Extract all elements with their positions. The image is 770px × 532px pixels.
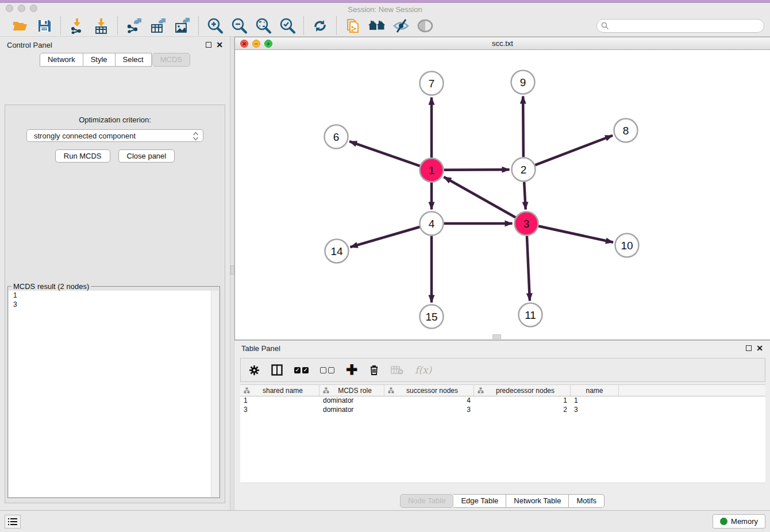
delete-column-icon[interactable] [369, 364, 379, 376]
graph-edge-2-3[interactable] [524, 182, 526, 209]
import-table-icon[interactable] [91, 17, 111, 35]
run-mcds-button[interactable]: Run MCDS [55, 149, 110, 163]
cell-mcds-role[interactable]: dominator [319, 406, 384, 415]
control-panel: Control Panel ✕ Network Style Select MCD… [0, 37, 230, 510]
cell-successor-nodes[interactable]: 3 [384, 406, 474, 415]
save-session-icon[interactable] [34, 17, 55, 35]
close-panel-button[interactable]: Close panel [118, 149, 175, 163]
zoom-selected-icon[interactable] [277, 17, 298, 35]
cell-name[interactable]: 1 [571, 396, 619, 406]
refresh-layout-icon[interactable] [310, 17, 330, 35]
panel-splitter[interactable] [230, 37, 234, 510]
import-network-icon[interactable] [67, 17, 87, 35]
export-image-icon[interactable] [172, 17, 192, 35]
tab-select[interactable]: Select [116, 53, 152, 67]
select-stepper-icon [192, 132, 199, 141]
memory-status-icon [720, 518, 727, 525]
column-header-shared-name[interactable]: shared name [240, 385, 319, 396]
cell-successor-nodes[interactable]: 4 [384, 396, 474, 406]
task-history-icon[interactable] [5, 515, 21, 529]
graph-edge-4-14[interactable] [351, 227, 420, 247]
graph-node-label: 11 [525, 309, 536, 321]
mcds-result-list[interactable]: 1 3 [9, 291, 219, 497]
criterion-value: strongly connected component [34, 132, 136, 140]
column-header-successor-nodes[interactable]: successor nodes [384, 385, 474, 396]
export-table-icon[interactable] [148, 17, 168, 35]
canvas-splitter-handle[interactable] [492, 334, 501, 339]
graph-node-label: 2 [521, 164, 527, 176]
graph-edge-2-9[interactable] [523, 96, 523, 157]
graph-node-label: 4 [429, 218, 435, 230]
network-window-titlebar[interactable]: ✕ − + scc.txt [235, 37, 770, 50]
home-icon[interactable] [367, 17, 387, 35]
tab-mcds[interactable]: MCDS [152, 53, 190, 67]
column-header-predecessor-nodes[interactable]: predecessor nodes [474, 385, 571, 396]
memory-button[interactable]: Memory [713, 514, 765, 529]
export-network-icon[interactable] [124, 17, 144, 35]
graph-node-label: 8 [623, 125, 629, 137]
graph-edge-3-1[interactable] [444, 177, 515, 217]
graph-edge-2-8[interactable] [535, 136, 613, 165]
graph-edge-1-2[interactable] [444, 169, 509, 170]
tab-style[interactable]: Style [83, 53, 116, 67]
graph-edge-3-11[interactable] [527, 236, 530, 300]
criterion-select[interactable]: strongly connected component [26, 129, 203, 142]
tab-network[interactable]: Network [40, 53, 83, 67]
splitter-handle[interactable] [230, 265, 234, 275]
mcds-result-legend: MCDS result (2 nodes) [11, 282, 91, 291]
traffic-lights [6, 5, 37, 12]
graph-edge-1-6[interactable] [349, 141, 420, 166]
graph-edge-3-10[interactable] [538, 226, 613, 242]
column-header-mcds-role[interactable]: MCDS role [319, 385, 384, 396]
toolbar-separator [198, 17, 199, 35]
network-title: scc.txt [492, 39, 513, 48]
deselect-all-columns-icon[interactable] [320, 367, 334, 373]
toolbar-separator [336, 17, 337, 35]
table-settings-icon[interactable] [249, 365, 260, 376]
open-session-icon[interactable] [10, 17, 30, 35]
table-tabs: Node Table Edge Table Network Table Moti… [234, 494, 770, 508]
close-window-icon[interactable] [6, 5, 13, 12]
cell-predecessor-nodes[interactable]: 2 [474, 406, 571, 415]
mcds-result-value: 3 [9, 300, 219, 309]
network-minimize-icon[interactable]: − [252, 40, 260, 48]
close-table-panel-icon[interactable]: ✕ [756, 345, 763, 351]
network-close-icon[interactable]: ✕ [240, 40, 248, 48]
float-table-panel-icon[interactable] [746, 345, 752, 351]
result-scrollbar[interactable] [211, 291, 219, 497]
show-columns-icon[interactable] [271, 364, 283, 376]
tab-node-table[interactable]: Node Table [400, 494, 454, 508]
table-row[interactable]: 3 dominator 3 2 3 [240, 406, 765, 415]
create-column-icon[interactable]: ✚ [346, 364, 357, 376]
clone-network-icon[interactable] [342, 17, 363, 35]
network-canvas[interactable]: 7968124314101511 [235, 50, 770, 340]
select-all-columns-icon[interactable]: ✓✓ [294, 367, 309, 373]
cell-name[interactable]: 3 [571, 406, 619, 415]
search-input[interactable] [596, 19, 764, 33]
column-header-name[interactable]: name [571, 385, 619, 396]
graph-node-label: 9 [520, 76, 526, 88]
zoom-fit-icon[interactable] [253, 17, 274, 35]
zoom-out-icon[interactable] [229, 17, 249, 35]
toolbar-separator [60, 17, 61, 35]
mcds-result-value: 1 [9, 291, 219, 300]
float-panel-icon[interactable] [206, 42, 211, 48]
cell-shared-name[interactable]: 1 [240, 396, 319, 406]
cell-mcds-role[interactable]: dominator [319, 396, 384, 406]
birds-eye-icon[interactable] [415, 17, 436, 35]
tab-network-table[interactable]: Network Table [506, 494, 569, 508]
cell-shared-name[interactable]: 3 [240, 406, 319, 415]
cell-predecessor-nodes[interactable]: 1 [474, 396, 571, 406]
maximize-window-icon[interactable] [30, 5, 37, 12]
network-maximize-icon[interactable]: + [264, 40, 272, 48]
zoom-in-icon[interactable] [205, 17, 225, 35]
hide-show-icon[interactable] [391, 17, 411, 35]
main-toolbar [0, 16, 770, 37]
table-toolbar: ✓✓ ✚ f(x) [240, 358, 765, 382]
table-row[interactable]: 1 dominator 4 1 1 [240, 396, 765, 406]
tab-motifs[interactable]: Motifs [569, 494, 605, 508]
close-panel-icon[interactable]: ✕ [216, 42, 223, 48]
tab-edge-table[interactable]: Edge Table [453, 494, 506, 508]
control-panel-tabs: Network Style Select MCDS [0, 53, 230, 67]
minimize-window-icon[interactable] [18, 5, 25, 12]
